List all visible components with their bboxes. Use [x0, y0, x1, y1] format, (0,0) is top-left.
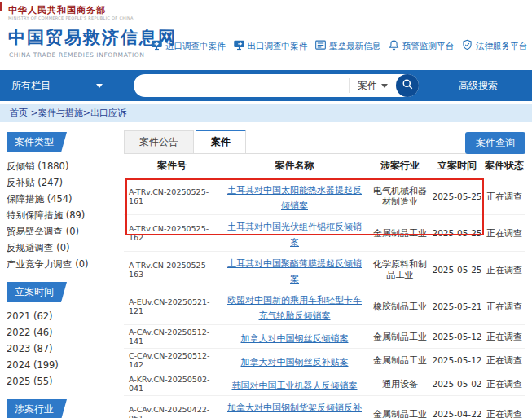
sidebar-section-header: 案件类型	[7, 132, 67, 152]
case-number: A-EUv.CN-20250521-121	[124, 297, 220, 315]
quick-links: 进口调查中案件 出口调查中案件 壁垒最新信息 预警监测平台	[151, 39, 527, 53]
case-status: 正在调查	[483, 408, 525, 418]
quick-link-label: 预警监测平台	[402, 41, 454, 52]
main-panel: 案件公告 案件 案件查询 案件号 案件名称 涉案行业 立案时间 案件状态 A-T…	[124, 132, 525, 418]
sidebar-item-industry-competitiveness[interactable]: 产业竞争力调查 (0)	[7, 256, 112, 272]
case-status: 正在调查	[483, 301, 525, 313]
case-industry: 金属制品工业	[369, 409, 431, 418]
sidebar-item-year-2024[interactable]: 2024 (199)	[7, 357, 112, 373]
logo-red-mark	[0, 2, 2, 11]
sidebar-item-safeguard[interactable]: 保障措施 (454)	[7, 191, 112, 207]
sidebar-item-anticircumvention[interactable]: 反规避调查 (0)	[7, 240, 112, 256]
search-input[interactable]	[137, 76, 349, 95]
sidebar-item-antidumping[interactable]: 反倾销 (1880)	[7, 158, 112, 174]
quick-link-label: 出口调查中案件	[248, 41, 308, 52]
category-dropdown-label: 所有栏目	[11, 79, 51, 93]
legal-shield-icon	[461, 39, 473, 53]
site-subtitle: CHINA TRADE REMEDIES INFORMATION	[9, 51, 145, 59]
sidebar-item-trade-barrier[interactable]: 贸易壁垒调查 (0)	[7, 223, 112, 240]
col-header-industry: 涉案行业	[369, 161, 431, 171]
sidebar: 案件类型 反倾销 (1880) 反补贴 (247) 保障措施 (454) 特别保…	[7, 132, 112, 418]
sidebar-item-year-2021[interactable]: 2021 (62)	[7, 308, 112, 324]
case-date: 2025-05-21	[431, 301, 483, 311]
case-industry: 金属制品工业	[369, 228, 431, 239]
search-bar: 所有栏目 案件 高级搜索	[0, 70, 532, 101]
table-row: A-TRv.CN-20250525-161 土耳其对中国太阳能热水器提起反倾销案…	[124, 178, 525, 215]
sidebar-section-case-type: 案件类型 反倾销 (1880) 反补贴 (247) 保障措施 (454) 特别保…	[7, 132, 112, 272]
search-icon	[402, 78, 414, 93]
case-number: A-TRv.CN-20250525-161	[124, 187, 220, 205]
export-cases-icon	[233, 39, 245, 53]
sidebar-item-year-2025[interactable]: 2025 (55)	[7, 373, 112, 389]
case-name-link[interactable]: 土耳其对中国光伏组件铝框反倾销案	[227, 222, 362, 248]
case-date: 2025-05-12	[431, 332, 483, 341]
case-name-link[interactable]: 欧盟对中国新的乘用车和轻型卡车充气轮胎反倾销案	[227, 295, 362, 321]
alert-bell-icon	[388, 39, 400, 53]
case-status: 正在调查	[483, 331, 525, 343]
case-industry: 电气机械和器材制造业	[369, 186, 431, 207]
breadcrumb[interactable]: 首页 >案件与措施>出口应诉	[0, 104, 532, 122]
case-status: 正在调查	[483, 191, 525, 203]
case-status: 正在调查	[483, 227, 525, 240]
case-name-link[interactable]: 土耳其对中国太阳能热水器提起反倾销案	[227, 185, 362, 211]
link-legal-platform[interactable]: 法律服务平台	[461, 39, 527, 53]
search-scope-dropdown[interactable]: 案件	[349, 78, 396, 93]
case-industry: 通用设备	[369, 379, 431, 389]
ministry-name: 中华人民共和国商务部	[8, 4, 106, 16]
case-date: 2025-05-25	[431, 265, 483, 275]
sidebar-item-year-2022[interactable]: 2022 (46)	[7, 324, 112, 341]
col-header-case-number: 案件号	[124, 159, 220, 173]
sidebar-section-header: 涉案行业	[7, 399, 67, 418]
content-area: 案件类型 反倾销 (1880) 反补贴 (247) 保障措施 (454) 特别保…	[0, 122, 532, 418]
case-date: 2025-04-22	[431, 409, 483, 418]
sidebar-section-industry: 涉案行业 化学原料和制品工业 (491)	[7, 399, 112, 418]
page: 中华人民共和国商务部 MINISTRY OF COMMERCE PEOPLE'S…	[0, 0, 532, 418]
quick-link-label: 进口调查中案件	[165, 41, 226, 52]
case-industry: 化学原料和制品工业	[369, 259, 431, 280]
sidebar-section-header: 立案时间	[7, 282, 67, 302]
quick-link-label: 法律服务平台	[476, 41, 527, 52]
case-name-link[interactable]: 加拿大对中国钢丝反补贴案	[241, 357, 349, 367]
case-industry: 金属制品工业	[369, 332, 431, 342]
table-row: A-TRv.CN-20250525-162 土耳其对中国光伏组件铝框反倾销案 金…	[124, 215, 525, 252]
link-export-cases[interactable]: 出口调查中案件	[233, 39, 308, 53]
case-status: 正在调查	[483, 264, 525, 276]
link-barrier-info[interactable]: 壁垒最新信息	[314, 39, 380, 53]
col-header-filing-date: 立案时间	[431, 159, 483, 173]
case-number: A-KRv.CN-20250502-041	[124, 375, 220, 393]
case-date: 2025-05-02	[431, 379, 483, 389]
case-number: A-CAv.CN-20250422-961	[124, 405, 220, 418]
col-header-status: 案件状态	[483, 159, 525, 173]
chevron-down-icon	[96, 84, 103, 88]
tab-case-announcements[interactable]: 案件公告	[124, 130, 194, 153]
case-status: 正在调查	[483, 378, 525, 390]
sidebar-item-countervailing[interactable]: 反补贴 (247)	[7, 174, 112, 191]
quick-link-label: 壁垒最新信息	[329, 41, 380, 52]
link-alert-platform[interactable]: 预警监测平台	[388, 39, 454, 53]
chevron-down-icon	[381, 84, 388, 88]
sidebar-item-special-safeguard[interactable]: 特别保障措施 (89)	[7, 207, 112, 223]
case-name-link[interactable]: 加拿大对中国钢丝反倾销案	[241, 333, 349, 344]
advanced-search-link[interactable]: 高级搜索	[459, 79, 498, 93]
table-row: A-EUv.CN-20250521-121 欧盟对中国新的乘用车和轻型卡车充气轮…	[124, 288, 525, 325]
search-pill: 案件	[134, 74, 419, 97]
import-cases-icon	[151, 39, 163, 53]
case-status: 正在调查	[483, 354, 525, 367]
case-name-link[interactable]: 韩国对中国工业机器人反倾销案	[232, 381, 358, 391]
sidebar-item-year-2023[interactable]: 2023 (87)	[7, 341, 112, 357]
case-name-link[interactable]: 加拿大对中国钢制货架反倾销反补贴案	[227, 403, 362, 418]
table-row: A-CAv.CN-20250422-961 加拿大对中国钢制货架反倾销反补贴案 …	[124, 396, 525, 418]
case-industry: 金属制品工业	[369, 355, 431, 366]
category-dropdown[interactable]: 所有栏目	[11, 79, 103, 93]
case-number: A-TRv.CN-20250525-162	[124, 224, 220, 242]
search-scope-label: 案件	[358, 79, 377, 93]
table-row: A-CAv.CN-20250512-141 加拿大对中国钢丝反倾销案 金属制品工…	[124, 325, 525, 349]
table-row: A-TRv.CN-20250525-163 土耳其对中国聚酯薄膜提起反倾销案 化…	[124, 252, 525, 288]
col-header-case-name: 案件名称	[220, 159, 369, 173]
tab-cases[interactable]: 案件	[196, 130, 246, 153]
case-name-link[interactable]: 土耳其对中国聚酯薄膜提起反倾销案	[227, 258, 362, 284]
case-query-button[interactable]: 案件查询	[465, 132, 525, 154]
case-number: A-CAv.CN-20250512-141	[124, 328, 220, 345]
link-import-cases[interactable]: 进口调查中案件	[151, 39, 226, 53]
search-button[interactable]	[396, 74, 419, 97]
